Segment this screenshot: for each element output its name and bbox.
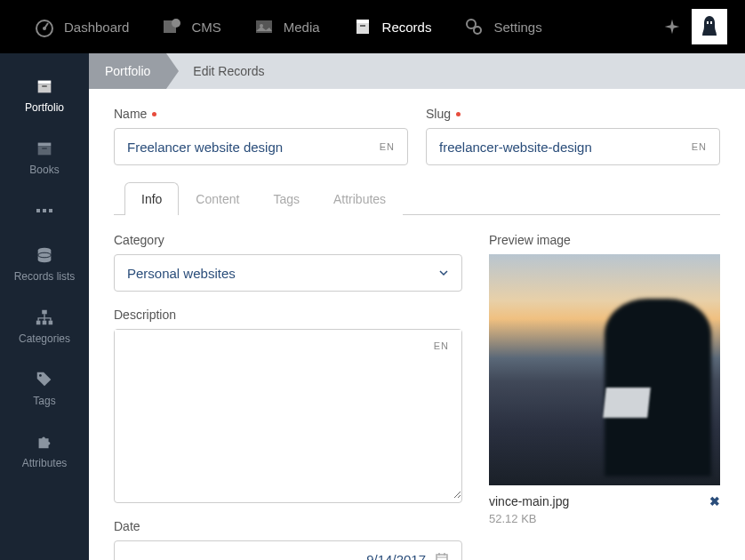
- box-icon: [35, 76, 54, 96]
- category-label: Category: [114, 233, 462, 247]
- preview-label: Preview image: [489, 233, 720, 247]
- preview-filename: vince-main.jpg: [489, 494, 569, 508]
- tags-icon: [35, 370, 54, 389]
- svg-point-1: [43, 27, 46, 30]
- svg-rect-16: [38, 143, 52, 147]
- sitemap-icon: [35, 308, 54, 327]
- tab-tags[interactable]: Tags: [256, 182, 316, 215]
- sidebar-item-label: Categories: [19, 332, 70, 345]
- sidebar-item-portfolio[interactable]: Portfolio: [0, 64, 89, 126]
- sidebar-item-label: Records lists: [14, 270, 76, 283]
- avatar[interactable]: [692, 9, 727, 44]
- breadcrumb-edit-records[interactable]: Edit Records: [166, 53, 280, 89]
- sidebar-item-more[interactable]: [0, 188, 89, 233]
- svg-rect-15: [42, 85, 47, 87]
- media-icon: [253, 16, 275, 37]
- nav-records[interactable]: Records: [336, 0, 448, 53]
- gauge-icon: [34, 16, 55, 37]
- name-input-wrap: EN: [114, 128, 408, 165]
- remove-image-button[interactable]: ✖: [709, 494, 720, 508]
- compass-icon[interactable]: [663, 18, 681, 36]
- required-dot-icon: [152, 112, 156, 116]
- cms-icon: [161, 16, 182, 37]
- nav-label: Dashboard: [64, 20, 129, 35]
- sidebar: Portfolio Books Records lists Categories: [0, 53, 89, 560]
- svg-rect-7: [356, 23, 369, 34]
- sidebar-item-label: Books: [29, 164, 59, 176]
- records-icon: [352, 16, 373, 37]
- lang-badge: EN: [692, 141, 707, 152]
- svg-rect-27: [49, 321, 53, 325]
- date-input[interactable]: 9/14/2017: [114, 540, 462, 560]
- svg-rect-20: [43, 209, 46, 212]
- nav-label: Settings: [493, 20, 541, 35]
- svg-rect-8: [360, 25, 365, 27]
- svg-rect-11: [707, 21, 709, 24]
- svg-rect-21: [49, 209, 52, 212]
- svg-rect-24: [42, 310, 47, 315]
- name-label: Name: [114, 107, 408, 121]
- date-label: Date: [114, 519, 462, 533]
- category-select[interactable]: Personal websites: [114, 254, 462, 292]
- sidebar-item-records-lists[interactable]: Records lists: [0, 233, 89, 295]
- slug-label: Slug: [426, 107, 720, 121]
- svg-rect-25: [36, 321, 41, 325]
- svg-rect-17: [38, 146, 52, 155]
- nav-media[interactable]: Media: [237, 0, 336, 53]
- slug-input-wrap: EN: [426, 128, 720, 165]
- svg-rect-12: [710, 21, 712, 24]
- top-nav: Dashboard CMS Media Records Settings: [0, 0, 745, 53]
- svg-point-10: [474, 27, 481, 34]
- preview-image[interactable]: [489, 254, 720, 485]
- sidebar-item-books[interactable]: Books: [0, 126, 89, 188]
- preview-filesize: 52.12 KB: [489, 512, 720, 525]
- description-label: Description: [114, 308, 462, 322]
- database-icon: [35, 245, 54, 265]
- svg-point-3: [172, 19, 180, 28]
- nav-label: Records: [382, 20, 432, 35]
- svg-rect-14: [38, 84, 52, 92]
- breadcrumb-portfolio[interactable]: Portfolio: [89, 53, 166, 89]
- sidebar-item-attributes[interactable]: Attributes: [0, 420, 89, 482]
- svg-rect-13: [38, 81, 52, 84]
- breadcrumb: Portfolio Edit Records: [89, 53, 745, 89]
- nav-label: Media: [284, 20, 320, 35]
- sidebar-item-label: Attributes: [22, 457, 68, 469]
- box-icon: [35, 139, 54, 158]
- sidebar-item-categories[interactable]: Categories: [0, 295, 89, 357]
- puzzle-icon: [35, 432, 54, 452]
- calendar-icon: [435, 552, 449, 560]
- sidebar-item-label: Portfolio: [25, 101, 64, 114]
- nav-settings[interactable]: Settings: [447, 0, 557, 53]
- sidebar-item-label: Tags: [33, 395, 55, 407]
- nav-cms[interactable]: CMS: [145, 0, 236, 53]
- required-dot-icon: [456, 112, 461, 116]
- description-textarea[interactable]: [115, 330, 461, 499]
- lang-badge: EN: [380, 141, 395, 152]
- svg-rect-18: [42, 148, 47, 149]
- chevron-down-icon: [438, 268, 449, 278]
- tab-attributes[interactable]: Attributes: [316, 182, 403, 215]
- svg-rect-26: [43, 321, 47, 325]
- nav-dashboard[interactable]: Dashboard: [18, 0, 145, 53]
- sidebar-item-tags[interactable]: Tags: [0, 357, 89, 420]
- nav-label: CMS: [191, 20, 220, 35]
- lang-badge: EN: [434, 340, 449, 351]
- dots-icon: [35, 201, 54, 220]
- name-input[interactable]: [127, 140, 380, 155]
- svg-point-28: [39, 374, 42, 377]
- tabs: Info Content Tags Attributes: [114, 181, 720, 215]
- svg-rect-19: [36, 209, 40, 212]
- slug-input[interactable]: [439, 140, 692, 155]
- svg-rect-6: [356, 20, 369, 23]
- settings-icon: [463, 16, 485, 37]
- tab-content[interactable]: Content: [179, 182, 256, 215]
- tab-info[interactable]: Info: [124, 182, 179, 215]
